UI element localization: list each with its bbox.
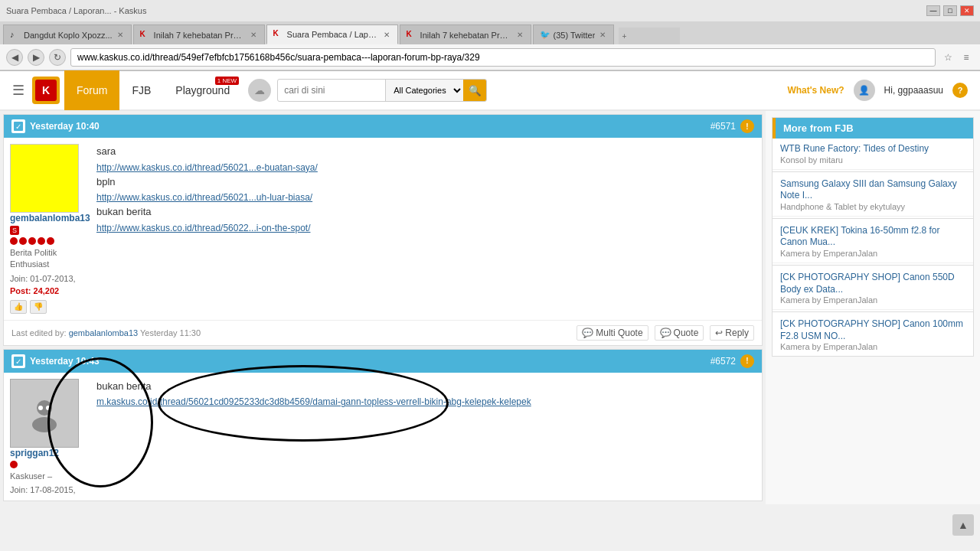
tab-close-suara[interactable]: ✕: [382, 30, 391, 40]
tab-close-inilah2[interactable]: ✕: [515, 30, 524, 40]
sidebar-item-2[interactable]: [CEUK KREK] Tokina 16-50mm f2.8 for Cano…: [773, 220, 973, 263]
post-1-link1[interactable]: http://www.kaskus.co.id/thread/56021...e…: [96, 162, 756, 173]
address-icons: ☆ ≡: [940, 50, 974, 65]
header-right: What's New? 👤 Hi, ggpaaasuu ?: [787, 80, 968, 101]
dot-4: [38, 237, 45, 245]
bookmark-star-icon[interactable]: ☆: [940, 50, 956, 65]
tab-close-twitter[interactable]: ✕: [598, 30, 607, 40]
tab-label-dangdut: Dangdut Koplo Xpozz...: [24, 31, 113, 40]
menu-icon[interactable]: ≡: [959, 50, 974, 65]
sidebar-item-4-title: [CK PHOTOGRAPHY SHOP] Canon 100mm F2.8 U…: [780, 318, 965, 342]
post-1-thumbs-up[interactable]: 👍: [10, 300, 27, 314]
tab-close-dangdut[interactable]: ✕: [116, 30, 125, 40]
post-1-post-count: Post: 24,202: [10, 286, 90, 295]
post-2-author: spriggan12 Kaskuser – Join: 17-08-2015,: [10, 379, 90, 494]
sidebar-item-4[interactable]: [CK PHOTOGRAPHY SHOP] Canon 100mm F2.8 U…: [773, 314, 973, 356]
post-1-time: Yesterday 10:40: [30, 121, 100, 132]
nav-playground[interactable]: Playground 1 NEW: [163, 70, 242, 110]
maximize-button[interactable]: □: [943, 5, 957, 16]
post-1-link2[interactable]: http://www.kaskus.co.id/thread/56021...u…: [96, 192, 756, 203]
dot-3: [28, 237, 36, 245]
nav-menu: Forum FJB Playground 1 NEW: [64, 71, 242, 109]
new-badge: 1 NEW: [215, 77, 239, 85]
tab-close-inilah1[interactable]: ✕: [249, 30, 258, 40]
address-bar: ◀ ▶ ↻ ☆ ≡: [0, 44, 980, 70]
tab-label-suara: Suara Pembaca / Laporan...: [287, 30, 379, 39]
content-area: ✓ Yesterday 10:40 #6571 ! gembalanlomba1…: [0, 111, 766, 504]
post-1-report-button[interactable]: !: [740, 119, 754, 133]
post-1-user-actions: 👍 👎: [10, 300, 90, 314]
sidebar-item-1-title: Samsung Galaxy SIII dan Samsung Galaxy N…: [780, 178, 965, 202]
back-button[interactable]: ◀: [6, 49, 23, 66]
post-1-link3[interactable]: http://www.kaskus.co.id/thread/56022...i…: [96, 223, 756, 233]
post-1-join: Join: 01-07-2013,: [10, 274, 90, 283]
new-tab-area[interactable]: +: [619, 28, 680, 44]
sidebar-item-3-sub: Kamera by EmperanJalan: [780, 295, 965, 305]
close-button[interactable]: ✕: [960, 5, 974, 16]
sidebar-divider-1: [773, 218, 973, 219]
post-1-header: ✓ Yesterday 10:40 #6571 !: [4, 115, 762, 138]
url-input[interactable]: [70, 48, 936, 67]
tab-dangdut[interactable]: ♪ Dangdut Koplo Xpozz... ✕: [3, 24, 132, 44]
whats-new-link[interactable]: What's New?: [787, 85, 844, 96]
forward-button[interactable]: ▶: [28, 49, 44, 66]
post-2-check-icon: ✓: [11, 354, 25, 368]
help-button[interactable]: ?: [952, 83, 968, 98]
post-1-editor-link[interactable]: gembalanlomba13: [69, 328, 139, 337]
post-2-avatar: [10, 379, 79, 448]
sidebar-item-2-sub: Kamera by EmperanJalan: [780, 249, 965, 258]
post-2-username[interactable]: spriggan12: [10, 448, 90, 458]
post-2-time: Yesterday 10:43: [30, 356, 100, 367]
main-layout: ✓ Yesterday 10:40 #6571 ! gembalanlomba1…: [0, 111, 980, 504]
search-button[interactable]: 🔍: [463, 79, 486, 102]
post-1-num: #6571: [710, 121, 736, 132]
refresh-button[interactable]: ↻: [49, 49, 66, 66]
post-1-avatar: [10, 144, 79, 213]
post-2-body: spriggan12 Kaskuser – Join: 17-08-2015, …: [4, 373, 762, 500]
post-1-line1: sara: [96, 144, 756, 159]
post-1-footer-actions: 💬 Multi Quote 💬 Quote ↩ Reply: [577, 325, 754, 341]
window-controls[interactable]: — □ ✕: [926, 5, 974, 16]
dot-5: [47, 237, 54, 245]
nav-forum[interactable]: Forum: [64, 70, 119, 110]
minimize-button[interactable]: —: [926, 5, 940, 16]
post-2: ✓ Yesterday 10:43 #6572 !: [3, 349, 763, 501]
tab-inilah1[interactable]: K Inilah 7 kehebatan Preside... ✕: [133, 24, 265, 44]
post-1-multi-quote-button[interactable]: 💬 Multi Quote: [577, 325, 648, 341]
post-1-thumbs-down[interactable]: 👎: [30, 300, 47, 314]
category-select[interactable]: All Categories: [385, 80, 463, 101]
post-1-user-dots: [10, 237, 90, 245]
search-input[interactable]: [278, 85, 385, 96]
post-2-user-dot: [10, 461, 18, 468]
tab-favicon-inilah2: K: [407, 30, 417, 41]
hamburger-menu[interactable]: ☰: [12, 82, 24, 99]
sidebar-item-1[interactable]: Samsung Galaxy SIII dan Samsung Galaxy N…: [773, 174, 973, 217]
post-1-footer: Last edited by: gembalanlomba13 Yesterda…: [4, 320, 762, 345]
post-1-line2: bpln: [96, 174, 756, 190]
tab-favicon-suara: K: [273, 29, 284, 40]
tab-twitter[interactable]: 🐦 (35) Twitter ✕: [533, 24, 615, 44]
post-1-content: sara http://www.kaskus.co.id/thread/5602…: [96, 144, 756, 314]
post-1-reply-button[interactable]: ↩ Reply: [710, 325, 754, 341]
tab-label-twitter: (35) Twitter: [554, 31, 596, 40]
post-1-username[interactable]: gembalanlomba13: [10, 213, 90, 223]
tab-inilah2[interactable]: K Inilah 7 kehebatan Preside... ✕: [400, 24, 531, 44]
sidebar-item-4-sub: Kamera by EmperanJalan: [780, 342, 965, 351]
dot-2: [19, 237, 27, 245]
tab-favicon-twitter: 🐦: [540, 30, 550, 41]
svg-text:✓: ✓: [15, 122, 21, 131]
tab-favicon-inilah1: K: [140, 30, 151, 41]
logo-area[interactable]: K: [32, 77, 61, 104]
svg-point-6: [38, 406, 43, 410]
post-1-quote-button[interactable]: 💬 Quote: [655, 325, 704, 341]
sidebar-item-3[interactable]: [CK PHOTOGRAPHY SHOP] Canon 550D Body ex…: [773, 267, 973, 310]
tab-suara[interactable]: K Suara Pembaca / Laporan... ✕: [266, 24, 398, 44]
post-2-report-button[interactable]: !: [740, 354, 754, 368]
nav-fjb[interactable]: FJB: [119, 70, 163, 110]
sidebar-item-0[interactable]: WTB Rune Factory: Tides of Destiny Konso…: [773, 139, 973, 170]
sidebar-fjb-section: More from FJB WTB Rune Factory: Tides of…: [772, 117, 974, 357]
sidebar-item-2-title: [CEUK KREK] Tokina 16-50mm f2.8 for Cano…: [780, 225, 965, 249]
cloud-icon[interactable]: ☁: [248, 79, 271, 102]
sidebar-divider-0: [773, 171, 973, 172]
post-2-link1[interactable]: m.kaskus.co.id/thread/56021cd0925233dc3d…: [96, 396, 756, 407]
